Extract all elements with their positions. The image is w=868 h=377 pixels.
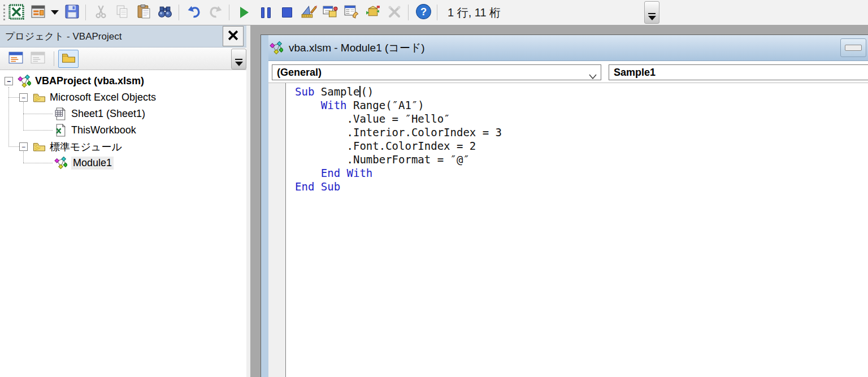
code-keyword: End With <box>321 167 373 179</box>
run-button[interactable] <box>234 2 254 23</box>
copy-button[interactable] <box>112 2 132 23</box>
paste-icon <box>136 4 151 21</box>
view-excel-icon <box>8 4 24 21</box>
code-window-titlebar[interactable]: vba.xlsm - Module1 (コード) <box>268 35 868 61</box>
svg-text:?: ? <box>420 6 426 18</box>
object-browser-button[interactable] <box>363 2 383 23</box>
toolbar-overflow-icon <box>648 13 656 14</box>
panel-overflow-button[interactable] <box>231 49 246 70</box>
code-window-body: vba.xlsm - Module1 (コード) (General) Sampl… <box>268 35 868 377</box>
undo-button[interactable] <box>184 2 204 23</box>
code-editor[interactable]: Sub Sample() With Range(″A1″) .Value = ″… <box>286 83 868 377</box>
code-text-segment: .Value = ″Hello″ <box>295 112 450 125</box>
break-icon <box>261 7 271 18</box>
code-area: Sub Sample() With Range(″A1″) .Value = ″… <box>268 83 868 377</box>
margin-indicator-bar[interactable] <box>268 83 286 377</box>
tree-item-thisworkbook[interactable]: ThisWorkbook <box>0 122 246 138</box>
toolbar-separator <box>85 5 86 20</box>
code-text-segment: Range(″A1″) <box>347 99 424 111</box>
run-icon <box>240 7 249 18</box>
folder-icon <box>32 140 46 154</box>
insert-userform-button[interactable] <box>28 2 48 23</box>
toolbar-grip[interactable] <box>3 5 5 20</box>
code-text-segment: Sample <box>314 85 359 98</box>
view-excel-button[interactable] <box>6 2 27 23</box>
code-text-segment <box>295 99 321 111</box>
code-line: End Sub <box>295 180 868 193</box>
help-button[interactable]: ? <box>413 2 433 23</box>
code-text-segment: .Font.ColorIndex = 2 <box>295 140 476 152</box>
code-window: vba.xlsm - Module1 (コード) (General) Sampl… <box>261 34 868 377</box>
paste-button[interactable] <box>133 2 154 23</box>
project-tree: −VBAProject (vba.xlsm)−Microsoft Excel O… <box>0 70 246 377</box>
code-line: End With <box>295 166 868 180</box>
project-explorer-button[interactable] <box>320 2 340 23</box>
project-explorer-panel: プロジェクト - VBAProject <box>0 25 250 377</box>
tree-item-sheet1-sheet1[interactable]: Sheet1 (Sheet1) <box>0 106 246 122</box>
code-line: .Interior.ColorIndex = 3 <box>295 125 868 139</box>
collapse-minus-icon[interactable]: − <box>19 93 28 102</box>
insert-userform-icon <box>31 4 46 21</box>
project-icon <box>18 75 31 88</box>
tree-item-label: Module1 <box>71 157 114 170</box>
undo-icon <box>186 5 202 20</box>
toolbar-separator <box>179 5 179 20</box>
redo-button[interactable] <box>205 2 225 23</box>
toolbar-separator <box>229 5 229 20</box>
toggle-folders-button[interactable] <box>58 50 79 68</box>
view-object-icon <box>31 51 45 66</box>
chevron-down-icon <box>51 10 59 15</box>
find-button[interactable] <box>155 2 175 23</box>
tree-item-microsoft-excel-objects[interactable]: −Microsoft Excel Objects <box>0 89 246 106</box>
project-panel-title: プロジェクト - VBAProject <box>5 30 121 43</box>
properties-window-button[interactable] <box>341 2 362 23</box>
code-line: .Font.ColorIndex = 2 <box>295 139 868 153</box>
minimize-button[interactable] <box>840 38 866 57</box>
code-window-combobar: (General) Sample1 <box>268 61 868 83</box>
code-line: Sub Sample() <box>295 85 868 98</box>
code-line: .NumberFormat = ″@″ <box>295 153 868 166</box>
object-dropdown-value: (General) <box>277 67 322 79</box>
tree-item-vbaproject-vba-xlsm[interactable]: −VBAProject (vba.xlsm) <box>0 73 246 89</box>
break-button[interactable] <box>255 2 276 23</box>
save-button[interactable] <box>62 2 82 23</box>
code-line: With Range(″A1″) <box>295 98 868 112</box>
help-icon: ? <box>415 3 432 21</box>
design-mode-icon <box>301 4 317 21</box>
properties-window-icon <box>344 4 359 21</box>
reset-button[interactable] <box>277 2 297 23</box>
collapse-minus-icon[interactable]: − <box>5 77 13 85</box>
toolbar-overflow-button[interactable] <box>644 1 659 24</box>
insert-dropdown-button[interactable] <box>49 2 60 23</box>
collapse-minus-icon[interactable]: − <box>19 142 28 151</box>
close-icon <box>227 29 240 44</box>
code-text-segment <box>295 167 321 179</box>
tree-item-module1[interactable]: Module1 <box>0 155 246 171</box>
tree-item-label: Microsoft Excel Objects <box>50 92 156 103</box>
sheet-icon <box>54 107 67 121</box>
tree-item-[interactable]: −標準モジュール <box>0 138 246 155</box>
project-panel-titlebar[interactable]: プロジェクト - VBAProject <box>0 25 246 47</box>
toolbar-overflow-icon <box>235 59 242 60</box>
folder-icon <box>62 52 76 66</box>
code-text-segment: .Interior.ColorIndex = 3 <box>295 126 502 138</box>
design-mode-button[interactable] <box>298 2 319 23</box>
tree-item-label: VBAProject (vba.xlsm) <box>35 75 144 87</box>
minimize-icon <box>845 45 862 51</box>
procedure-dropdown[interactable]: Sample1 <box>609 64 868 80</box>
redo-icon <box>208 5 223 20</box>
copy-icon <box>115 4 130 21</box>
view-object-button[interactable] <box>28 50 48 68</box>
view-code-button[interactable] <box>6 50 26 68</box>
code-keyword: Sub <box>295 85 314 98</box>
cut-button[interactable] <box>90 2 111 23</box>
cut-icon <box>94 4 108 21</box>
close-button[interactable] <box>223 26 244 46</box>
chevron-down-icon <box>235 62 243 66</box>
code-text-segment: .NumberFormat = ″@″ <box>295 153 470 166</box>
project-explorer-icon <box>322 4 338 21</box>
toolbox-button[interactable] <box>384 2 405 23</box>
object-browser-icon <box>365 4 381 21</box>
main-toolbar: ? 1 行, 11 桁 <box>0 0 868 25</box>
object-dropdown[interactable]: (General) <box>272 64 601 80</box>
